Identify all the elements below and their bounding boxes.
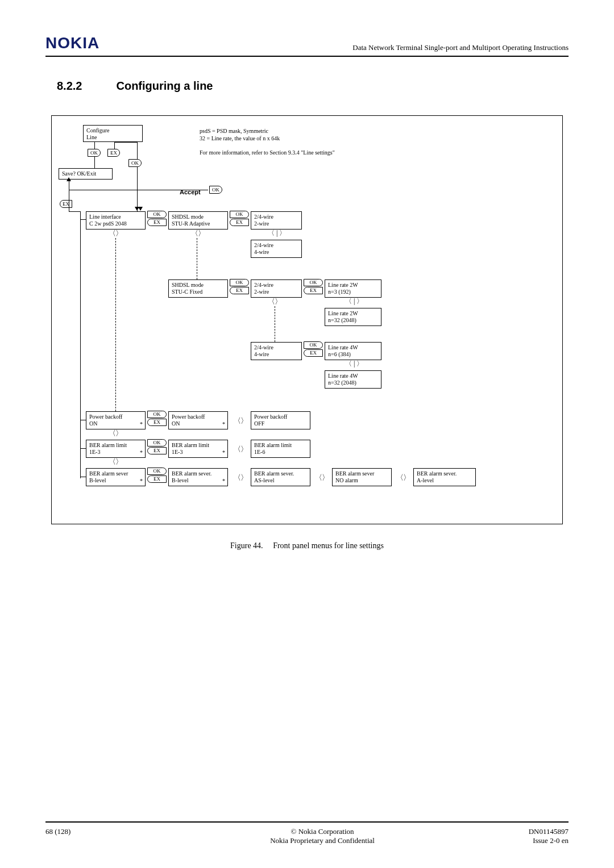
node-pbo: Power backoff ON * [86,411,146,429]
node-line-interface: Line interface C 2w psdS 2048 [86,211,146,229]
txt: 2/4-wire [254,214,273,220]
lr-icon [268,297,281,307]
figure-frame: Configure Line OK EX Save? OK/Exit EX OK… [51,115,563,524]
txt: 4-wire [254,351,269,357]
txt: n=32 (2048) [328,379,356,386]
tag-ok: OK [230,279,249,286]
node-shdsl-fixed: SHDSL mode STU-C Fixed [168,279,228,298]
asterisk: * [222,478,225,485]
txt: 2/4-wire [254,242,273,248]
node-rate4w-a: Line rate 4W n=6 (384) [325,342,381,360]
txt: 1E-3 [89,449,100,455]
txt: STU-C Fixed [172,289,202,295]
txt: n=32 (2048) [328,317,356,323]
txt: STU-R Adaptive [172,220,210,227]
lr-icon [109,457,122,467]
node-rate2w-a: Line rate 2W n=3 (192) [325,279,381,298]
node-bersev: BER alarm sever B-level * [86,468,146,486]
lr-icon [109,428,122,439]
asterisk: * [140,478,143,485]
tag-ex-up: EX [60,200,72,208]
footer-docnum: DN01145897 [529,827,569,836]
tag-ok: OK [304,279,323,286]
node-pbo-off: Power backoff OFF [251,411,310,429]
lr-icon [234,444,247,454]
txt: B-level [89,477,106,483]
txt: 2-wire [254,220,269,227]
lr-icon [396,473,409,483]
tag-ex: EX [304,287,323,294]
txt: 2-wire [254,289,269,295]
txt: 2/4-wire [254,344,273,350]
txt: B-level [172,477,188,483]
node-berlim: BER alarm limit 1E-3 * [86,440,146,458]
node-bersev5: BER alarm sever. A-level [413,468,476,486]
tag-ok: OK [88,149,101,157]
txt: BER alarm sever [335,470,374,477]
asterisk: * [222,449,225,456]
txt: Line rate 2W [328,310,358,316]
node-bersev4: BER alarm sever NO alarm [332,468,392,486]
node-rate4w-b: Line rate 4W n=32 (2048) [325,370,381,389]
txt: BER alarm sever. [417,470,457,477]
node-bersev3: BER alarm sever. AS-level [251,468,310,486]
asterisk: * [140,449,143,456]
txt: BER alarm limit [89,442,127,448]
tag-ok-down: OK [128,159,142,167]
node-configure-line: Configure Line [83,125,143,142]
lr-icon [234,416,247,426]
lr-icon [345,359,363,369]
txt: ON [89,420,97,427]
txt: Power backoff [172,414,205,420]
tag-ok: OK [147,411,167,418]
node-24wire-2-fixed: 2/4-wire 2-wire [251,279,302,298]
txt: Line rate 4W [328,373,358,379]
txt: BER alarm limit [172,442,209,448]
txt: Power backoff [254,414,287,420]
asterisk: * [222,421,225,428]
txt: n=6 (384) [328,351,351,357]
txt: Line interface [89,214,121,220]
txt: SHDSL mode [172,282,204,288]
lr-icon [268,228,286,238]
caption-label: Figure 44. [230,541,263,550]
txt: BER alarm sever. [172,470,211,477]
section-title: Configuring a line [116,80,213,93]
txt: 1E-6 [254,449,265,455]
tag-ex: EX [147,447,167,454]
tag-ok: OK [147,439,167,446]
node-shdsl-adaptive: SHDSL mode STU-R Adaptive [168,211,228,229]
tag-ok: OK [147,211,167,218]
footer-copyright: © Nokia Corporation [291,827,354,836]
txt: SHDSL mode [172,214,204,220]
node-24wire-2: 2/4-wire 2-wire [251,211,302,229]
txt: AS-level [254,477,275,483]
figure-caption: Figure 44. Front panel menus for line se… [45,541,569,550]
txt: Line rate 2W [328,282,358,288]
lr-icon [234,473,247,483]
txt: Line rate 4W [328,344,358,350]
txt: NO alarm [335,477,358,483]
node-24wire-4-fixed: 2/4-wire 4-wire [251,342,302,360]
txt: Power backoff [89,414,122,420]
node-rate2w-b: Line rate 2W n=32 (2048) [325,308,381,326]
note-1: psdS = PSD mask, Symmetric [200,127,268,135]
tag-ok: OK [304,341,323,349]
txt: 4-wire [254,249,269,255]
node-berlim2: BER alarm limit 1E-3 * [168,440,228,458]
node-24wire-4-adapt: 2/4-wire 4-wire [251,240,302,258]
txt: 2/4-wire [254,282,273,288]
note-2: 32 = Line rate, the value of n x 64k [200,135,280,143]
tag-ok-accept: OK [209,186,222,194]
txt: C 2w psdS 2048 [89,220,127,227]
lr-icon [109,228,122,239]
tag-ok: OK [147,468,167,475]
section-heading: 8.2.2 Configuring a line [57,80,569,93]
node-pbo-on2: Power backoff ON * [168,411,228,429]
page-header: NOKIA Data Network Terminal Single-port … [45,34,569,57]
footer-issue: Issue 2-0 en [533,836,569,845]
doc-title: Data Network Terminal Single-port and Mu… [352,43,569,52]
tag-ok: OK [230,211,249,218]
node-bersev2: BER alarm sever. B-level * [168,468,228,486]
footer-confidential: Nokia Proprietary and Confidential [270,836,375,845]
